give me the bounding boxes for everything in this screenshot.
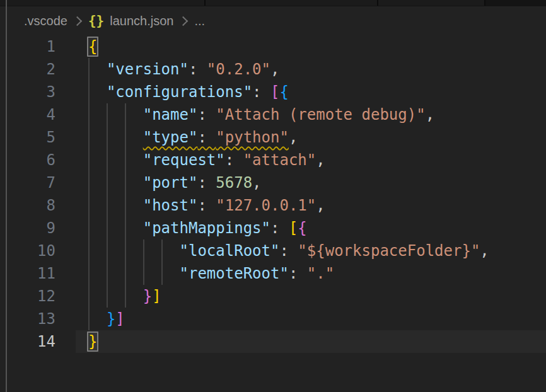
token-ws [88,265,180,282]
code-line-14[interactable]: 14} [0,330,546,353]
token-punct: : [197,106,216,124]
code-line-6[interactable]: 6 "request": "attach", [0,149,546,171]
token-str: "." [307,265,334,282]
token-ws [88,287,143,305]
line-number[interactable]: 9 [0,217,55,239]
token-ws [88,219,143,237]
code-content: "version": "0.2.0", [88,58,279,81]
token-ws [88,106,143,124]
breadcrumb-symbol-more[interactable]: ... [194,14,205,28]
code-line-3[interactable]: 3 "configurations": [{ [0,81,546,103]
token-key: "type" [143,129,198,146]
token-punct: : [279,242,298,260]
line-number[interactable]: 3 [0,81,55,103]
token-b1m: { [87,37,98,57]
line-number[interactable]: 4 [0,103,55,126]
tab-divider [377,0,378,6]
token-key: "host" [143,197,198,214]
code-content: } [88,330,97,353]
line-number[interactable]: 12 [0,285,55,308]
code-line-9[interactable]: 9 "pathMappings": [{ [0,217,546,239]
line-number[interactable]: 6 [0,149,55,171]
token-punct: : [225,151,243,169]
code-content: "remoteRoot": "." [88,262,334,285]
token-ws [88,174,143,192]
token-key: "name" [143,106,198,124]
token-str: "127.0.0.1" [216,197,316,214]
tab-bar-empty-space [485,0,546,6]
chevron-right-icon [178,16,189,26]
token-b3: { [279,83,288,101]
code-content: "request": "attach", [88,149,325,171]
token-b3: } [107,310,115,328]
token-punct: : [197,129,216,146]
editor-group-border [6,0,7,392]
code-line-10[interactable]: 10 "localRoot": "${workspaceFolder}", [0,239,546,262]
json-file-icon: {} [88,13,104,28]
code-content: "name": "Attach (remote debug)", [88,103,434,126]
token-ws [88,197,143,214]
token-b1: [ [289,219,298,237]
tab-bar-strip[interactable] [0,0,546,6]
code-content: "localRoot": "${workspaceFolder}", [88,239,489,262]
code-content: "type": "python", [88,126,298,149]
code-line-4[interactable]: 4 "name": "Attach (remote debug)", [0,103,546,126]
line-number[interactable]: 10 [0,239,55,262]
token-punct: , [426,106,434,124]
code-line-5[interactable]: 5 "type": "python", [0,126,546,149]
token-ws [88,61,107,78]
code-content: }] [88,308,125,330]
warning-squiggle: "type": "python" [143,129,289,146]
token-b2: { [298,219,306,237]
code-line-1[interactable]: 1{ [0,35,546,58]
code-content: }] [88,285,161,308]
line-number[interactable]: 14 [0,330,55,353]
line-number[interactable]: 13 [0,308,55,330]
code-line-8[interactable]: 8 "host": "127.0.0.1", [0,194,546,217]
token-key: "port" [143,174,198,192]
token-punct: : [197,174,216,192]
token-b2: } [143,287,152,305]
token-punct: , [252,174,261,192]
breadcrumb-folder[interactable]: .vscode [24,14,67,28]
token-key: "request" [143,151,225,169]
line-number[interactable]: 1 [0,35,55,58]
breadcrumb-file[interactable]: launch.json [110,14,173,28]
line-number[interactable]: 5 [0,126,55,149]
token-key: "pathMappings" [143,219,270,237]
code-editor[interactable]: 1{2 "version": "0.2.0",3 "configurations… [0,35,546,392]
token-punct: : [189,61,207,78]
token-key: "version" [107,61,189,78]
code-line-2[interactable]: 2 "version": "0.2.0", [0,58,546,81]
token-ws [88,83,107,101]
token-num: 5678 [216,174,252,192]
chevron-right-icon [73,16,83,26]
token-punct: , [270,61,279,78]
token-str: "attach" [243,151,317,169]
line-number[interactable]: 2 [0,58,55,81]
token-str: "python" [216,129,289,146]
token-punct: : [289,265,307,282]
token-punct: , [480,242,489,260]
vscode-editor-window: .vscode {} launch.json ... 1{2 "version"… [0,0,546,392]
line-number[interactable]: 8 [0,194,55,217]
line-number[interactable]: 11 [0,262,55,285]
token-str: "Attach (remote debug)" [216,106,425,124]
code-line-7[interactable]: 7 "port": 5678, [0,171,546,194]
code-content: "port": 5678, [88,171,262,194]
line-number[interactable]: 7 [0,171,55,194]
token-key: "remoteRoot" [180,265,289,282]
token-key: "localRoot" [180,242,280,260]
token-ws [88,151,143,169]
token-punct: : [252,83,270,101]
token-punct: , [316,197,325,214]
token-b1: ] [152,287,161,305]
code-line-12[interactable]: 12 }] [0,285,546,308]
code-content: "host": "127.0.0.1", [88,194,325,217]
token-punct: : [270,219,289,237]
code-line-11[interactable]: 11 "remoteRoot": "." [0,262,546,285]
token-punct: : [197,197,216,214]
token-key: "configurations" [107,83,252,101]
code-line-13[interactable]: 13 }] [0,308,546,330]
token-punct: , [316,151,325,169]
